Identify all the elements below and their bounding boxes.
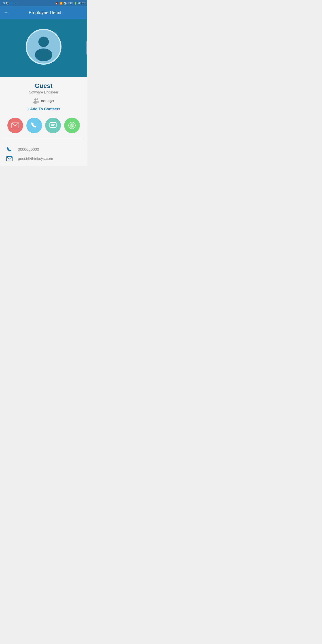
manager-row: manager	[33, 98, 54, 104]
user-icon: 👤	[10, 2, 13, 5]
nav-bar: ← Employee Detail	[0, 6, 87, 19]
status-bar: ✉ 🖼 👤 ··· 🔇 📶 📡 79% 🔋 08:37	[0, 0, 87, 6]
sms-icon	[49, 122, 57, 129]
back-button[interactable]: ←	[4, 10, 8, 16]
sms-button[interactable]	[45, 118, 61, 133]
employee-job-title: Software Engineer	[29, 90, 58, 94]
page-title: Employee Detail	[13, 10, 77, 15]
divider	[4, 138, 84, 138]
contact-info-section: 0000000000 guest@thinksys.com	[0, 142, 87, 166]
status-bar-left: ✉ 🖼 👤 ···	[3, 2, 16, 5]
action-buttons-row	[4, 116, 84, 137]
manager-icon	[33, 98, 39, 104]
scrollbar	[86, 41, 87, 54]
svg-rect-7	[50, 122, 56, 128]
avatar	[26, 29, 62, 64]
employee-name: Guest	[35, 82, 52, 90]
email-contact-icon	[5, 156, 14, 161]
battery-icon: 🔋	[74, 2, 77, 5]
email-button[interactable]	[8, 118, 23, 133]
mail-icon: ✉	[3, 2, 5, 5]
whatsapp-button[interactable]	[64, 118, 80, 133]
phone-detail-icon	[6, 146, 12, 153]
phone-call-button[interactable]	[26, 118, 42, 133]
whatsapp-icon	[68, 122, 76, 129]
svg-point-0	[38, 37, 49, 47]
email-icon	[12, 122, 19, 128]
svg-point-1	[35, 48, 52, 61]
add-contact-button[interactable]: + Add To Contacts	[27, 107, 60, 111]
email-row: guest@thinksys.com	[5, 156, 82, 161]
signal-icon: 📡	[64, 2, 67, 5]
email-detail-icon	[6, 156, 12, 161]
phone-icon	[31, 122, 38, 129]
image-icon: 🖼	[6, 2, 8, 4]
phone-row: 0000000000	[5, 146, 82, 153]
avatar-silhouette-icon	[29, 32, 58, 61]
time-text: 08:37	[78, 2, 84, 4]
svg-point-4	[36, 98, 38, 100]
phone-number: 0000000000	[18, 147, 39, 152]
battery-text: 79%	[68, 2, 73, 4]
mute-icon: 🔇	[55, 2, 58, 5]
profile-section: Guest Software Engineer manager + Add To…	[0, 77, 87, 142]
more-icon: ···	[14, 2, 16, 4]
phone-contact-icon	[5, 146, 14, 153]
manager-label: manager	[41, 99, 54, 103]
wifi-icon: 📶	[60, 2, 62, 5]
svg-point-2	[34, 98, 36, 100]
status-bar-right: 🔇 📶 📡 79% 🔋 08:37	[55, 2, 84, 5]
email-address: guest@thinksys.com	[18, 156, 53, 161]
hero-section	[0, 19, 87, 77]
svg-point-5	[36, 101, 39, 103]
